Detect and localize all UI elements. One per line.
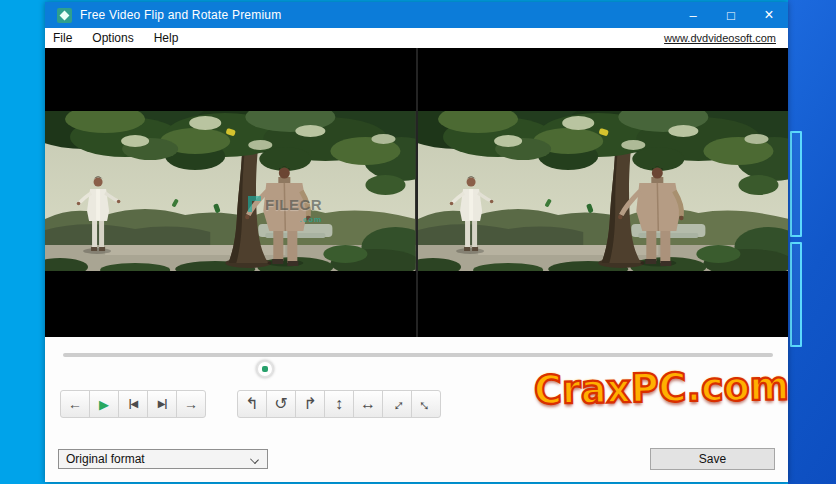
seek-slider-track[interactable] [63,353,773,357]
seek-slider-thumb[interactable] [256,360,274,378]
flip-vertical-button[interactable]: ↕ [324,390,354,418]
menu-help[interactable]: Help [144,28,189,48]
filecr-text: FILECR [265,196,322,213]
maximize-button[interactable]: □ [712,2,750,28]
flip-diagonal-down-button[interactable]: ↔ [411,390,441,418]
output-format-value: Original format [66,452,145,466]
close-button[interactable]: × [750,2,788,28]
rotate-left-icon: ↰ [245,396,258,412]
menu-file[interactable]: File [45,28,82,48]
play-icon: ▶ [99,398,109,411]
save-button[interactable]: Save [650,448,775,470]
next-frame-button[interactable]: ▶| [147,390,177,418]
output-row: Original format Save [45,448,788,472]
window-title: Free Video Flip and Rotate Premium [80,8,281,22]
titlebar: Free Video Flip and Rotate Premium – □ × [45,2,788,28]
preview-pane-result [416,48,789,337]
minimize-button[interactable]: – [674,2,712,28]
save-button-label: Save [699,452,726,466]
video-frame-original [45,111,416,271]
filecr-watermark: FILECR .com [248,196,322,224]
transport-buttons: ← ▶ |◀ ▶| → [60,390,205,418]
flip-horizontal-button[interactable]: ↔ [353,390,383,418]
flip-horizontal-icon: ↔ [360,396,376,412]
next-frame-icon: ▶| [158,399,167,409]
rotate-180-button[interactable]: ↺ [266,390,296,418]
desktop-wallpaper [788,0,836,484]
rotate-right-icon: ↱ [303,396,316,412]
menu-options[interactable]: Options [82,28,143,48]
video-preview-area: FILECR .com [45,48,788,337]
previous-frame-button[interactable]: |◀ [118,390,148,418]
flip-diagonal-up-icon: ↔ [386,393,409,416]
flip-diagonal-up-button[interactable]: ↔ [382,390,412,418]
filecr-suffix: .com [265,215,322,224]
wallpaper-glow-rect [790,131,802,237]
video-frame-result [418,111,789,271]
jump-back-button[interactable]: ← [60,390,90,418]
output-format-select[interactable]: Original format [58,449,268,469]
chevron-down-icon [250,455,259,464]
rotate-right-button[interactable]: ↱ [295,390,325,418]
flip-vertical-icon: ↕ [335,396,343,412]
window-controls: – □ × [674,2,788,28]
arrow-left-icon: ← [68,397,82,411]
website-link[interactable]: www.dvdvideosoft.com [664,32,788,44]
filecr-logo-icon [248,196,261,212]
menubar: File Options Help www.dvdvideosoft.com [45,28,788,48]
rotate-flip-buttons: ↰ ↺ ↱ ↕ ↔ ↔ ↔ [237,390,440,418]
previous-frame-icon: |◀ [129,399,138,409]
flip-diagonal-down-icon: ↔ [415,393,438,416]
rotate-left-button[interactable]: ↰ [237,390,267,418]
jump-forward-button[interactable]: → [176,390,206,418]
craxpc-watermark: CraxPC.com [534,363,790,413]
wallpaper-glow-rect [790,242,802,347]
rotate-180-icon: ↺ [274,396,287,412]
arrow-right-icon: → [184,397,198,411]
play-button[interactable]: ▶ [89,390,119,418]
app-icon [57,8,72,23]
preview-pane-original: FILECR .com [45,48,416,337]
